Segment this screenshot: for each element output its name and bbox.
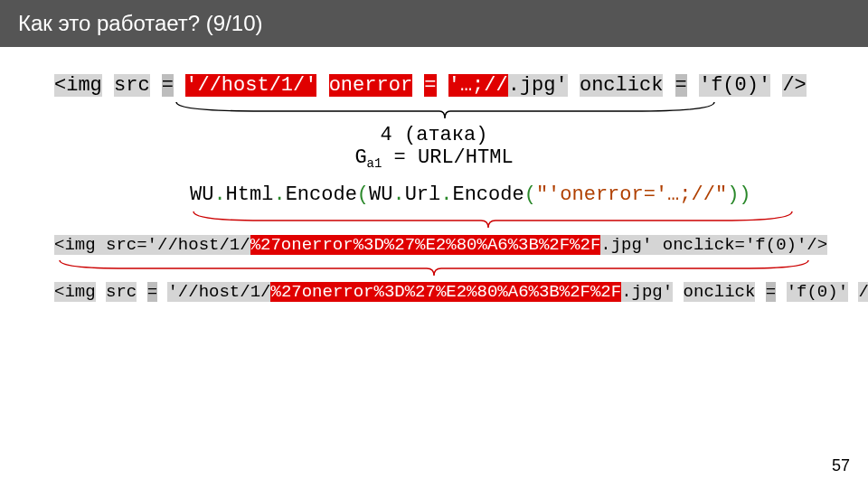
code-line-4: <img src = '//host/1/%27onerror%3D%27%E2…: [54, 282, 814, 302]
brace-1: [54, 99, 814, 118]
slide-title: Как это работает? (9/10): [18, 11, 263, 35]
slide-content: <img src = '//host/1/' onerror = '…;//.j…: [0, 47, 868, 302]
annotation-attack: 4 (атака) Ga1 = URL/HTML: [54, 124, 814, 171]
brace-2: [190, 208, 814, 228]
tok-eq: =: [162, 74, 174, 97]
attack-label: 4 (атака): [54, 124, 814, 146]
tok-img: <img: [54, 74, 102, 97]
tok-onclick: onclick: [580, 74, 663, 97]
code-line-2: WU.Html.Encode(WU.Url.Encode("'onerror='…: [190, 183, 814, 206]
brace-3: [54, 257, 814, 277]
tok-jpg: .jpg': [508, 74, 568, 97]
page-number: 57: [832, 456, 850, 475]
tok-src: src: [114, 74, 150, 97]
tok-close: />: [782, 74, 806, 97]
tok-eq2: =: [424, 74, 436, 97]
attack-grammar: Ga1 = URL/HTML: [54, 146, 814, 171]
brace-icon: [54, 99, 814, 122]
tok-encoded-url: %27onerror%3D%27%E2%80%A6%3B%2F%2F: [250, 235, 601, 255]
tok-f0: 'f(0)': [699, 74, 770, 97]
brace-icon: [54, 257, 814, 278]
tok-onerror: onerror: [329, 74, 412, 97]
tok-srcval: '//host/1/': [185, 74, 316, 97]
slide-header: Как это работает? (9/10): [0, 0, 868, 47]
tok-eq3: =: [675, 74, 687, 97]
code-line-3: <img src='//host/1/%27onerror%3D%27%E2%8…: [54, 235, 814, 255]
brace-icon: [190, 208, 805, 231]
tok-onerrval: '…;//: [448, 74, 508, 97]
code-line-1: <img src = '//host/1/' onerror = '…;//.j…: [54, 74, 814, 97]
